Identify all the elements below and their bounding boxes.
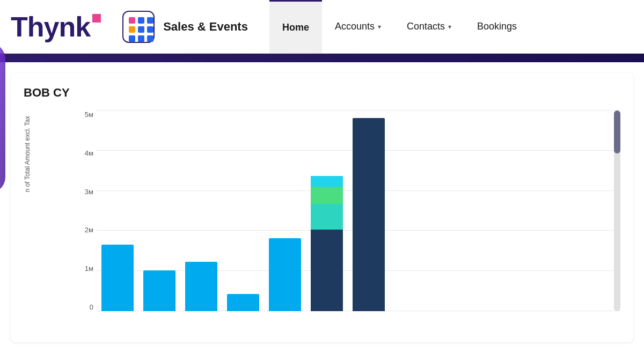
app-label: Sales & Events [163,20,248,34]
nav-bookings-label: Bookings [477,21,517,32]
logo-square-icon [92,14,101,23]
nav-contacts-label: Contacts [407,21,445,32]
nav-item-accounts[interactable]: Accounts ▾ [322,0,394,53]
y-labels: 01м2м3м4м5м [67,111,93,311]
logo-text: Thynk [11,13,90,41]
nav-item-bookings[interactable]: Bookings [464,0,530,53]
bar-group-stacked [311,111,343,311]
app-dot-3 [129,26,135,33]
y-axis-tick: 4м [67,149,93,157]
app-dot-5 [147,26,153,33]
nav-item-home[interactable]: Home [269,0,322,53]
bar-segment [311,176,343,187]
chart-title: BOB CY [24,86,620,100]
bar [227,294,259,311]
bar-segment [311,187,343,204]
scrollbar[interactable] [614,111,620,311]
chevron-down-icon: ▾ [448,23,451,31]
dark-band [0,54,644,62]
nav-accounts-label: Accounts [335,21,375,32]
nav-item-contacts[interactable]: Contacts ▾ [394,0,464,53]
header: Thynk Sales & Events Home Accounts ▾ Con… [0,0,644,54]
bar-segment [311,230,343,311]
y-axis-tick: 5м [67,111,93,119]
y-axis-tick: 1м [67,264,93,273]
app-dot-1 [138,17,144,24]
bar [185,262,217,311]
app-dot-0 [129,17,135,24]
nav-home-label: Home [282,22,309,33]
bar [269,238,301,311]
y-axis-label: n of Total Amount excl. Tax [24,111,67,192]
chevron-down-icon: ▾ [378,23,381,31]
app-dot-7 [138,35,144,42]
bar [143,270,175,311]
chart-plot: 01м2м3м4м5м [67,111,620,327]
y-axis-tick: 2м [67,226,93,234]
app-dot-6 [129,35,135,42]
app-dot-8 [147,35,153,42]
left-decoration [0,43,5,193]
bar [353,118,385,311]
chart-area: n of Total Amount excl. Tax 01м2м3м4м5м [24,111,620,327]
app-dot-4 [138,26,144,33]
bar-segment [311,204,343,230]
bar [101,245,134,311]
logo-area: Thynk [11,13,90,41]
y-axis-tick: 0 [67,303,93,311]
scrollbar-thumb[interactable] [614,111,620,153]
app-icon[interactable] [122,11,155,43]
y-axis-tick: 3м [67,188,93,196]
app-dot-2 [147,17,153,24]
main-nav: Home Accounts ▾ Contacts ▾ Bookings [269,0,530,53]
main-content: BOB CY n of Total Amount excl. Tax 01м2м… [11,73,633,342]
bars-container [96,111,620,311]
